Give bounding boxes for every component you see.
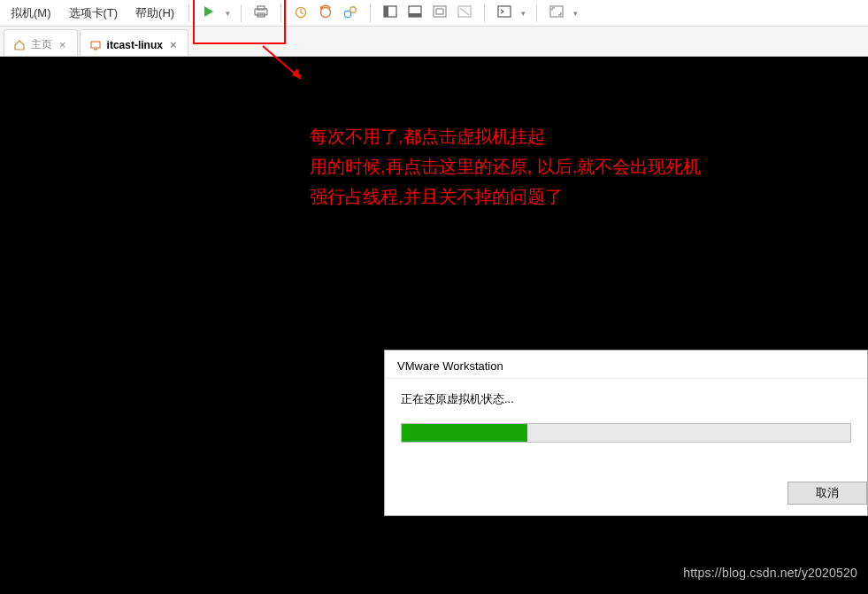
- view-split-left-button[interactable]: [380, 3, 401, 24]
- console-icon: [497, 5, 511, 20]
- menu-tabs[interactable]: 选项卡(T): [60, 2, 127, 25]
- separator: [280, 4, 281, 22]
- fullscreen-dropdown[interactable]: ▾: [571, 9, 580, 18]
- watermark-text: https://blog.csdn.net/y2020520: [683, 566, 857, 580]
- tab-close-button[interactable]: ×: [58, 38, 68, 51]
- svg-rect-14: [436, 9, 443, 14]
- tab-bar: 主页 × itcast-linux ×: [0, 27, 868, 57]
- play-button[interactable]: [198, 3, 219, 24]
- svg-marker-0: [204, 6, 213, 17]
- chevron-down-icon: ▾: [226, 9, 230, 18]
- menubar: 拟机(M) 选项卡(T) 帮助(H) ▾: [0, 0, 868, 27]
- tab-label: 主页: [31, 37, 52, 52]
- svg-point-5: [321, 8, 331, 18]
- console-button[interactable]: [494, 3, 515, 24]
- split-left-icon: [383, 5, 397, 20]
- console-dropdown[interactable]: ▾: [518, 9, 527, 18]
- vm-icon: [89, 39, 102, 51]
- separator: [536, 4, 537, 22]
- separator: [484, 4, 485, 22]
- svg-rect-13: [434, 6, 446, 17]
- tab-label: itcast-linux: [107, 39, 163, 51]
- toolbar: ▾: [198, 3, 580, 24]
- dialog-footer: 取消: [787, 482, 867, 505]
- cancel-button[interactable]: 取消: [787, 482, 867, 505]
- menu-vm[interactable]: 拟机(M): [2, 2, 60, 25]
- svg-point-8: [350, 7, 356, 12]
- view-split-bottom-button[interactable]: [404, 3, 426, 24]
- fullscreen-button[interactable]: [546, 3, 567, 24]
- fullscreen-icon: [549, 5, 564, 20]
- tab-close-button[interactable]: ×: [168, 38, 179, 51]
- menu-help[interactable]: 帮助(H): [127, 2, 183, 25]
- progress-bar: [401, 423, 851, 443]
- play-icon: [203, 5, 215, 20]
- split-bottom-icon: [408, 5, 422, 20]
- separator: [370, 4, 371, 22]
- separator: [188, 4, 189, 22]
- chevron-down-icon: ▾: [573, 9, 578, 18]
- unity-icon: [457, 5, 472, 20]
- snapshot-take-button[interactable]: [290, 3, 311, 24]
- separator: [241, 4, 242, 22]
- home-icon: [13, 39, 26, 51]
- progress-fill: [402, 424, 527, 442]
- snapshot-manager-icon: [343, 4, 357, 21]
- snapshot-manager-button[interactable]: [340, 3, 361, 24]
- snapshot-revert-button[interactable]: [315, 3, 336, 24]
- svg-rect-2: [257, 6, 265, 10]
- view-fit-button[interactable]: [429, 3, 450, 24]
- annotation-text: 每次不用了,都点击虚拟机挂起 用的时候,再点击这里的还原, 以后,就不会出现死机…: [310, 121, 701, 212]
- view-unity-button[interactable]: [454, 3, 475, 24]
- restore-progress-dialog: VMware Workstation 正在还原虚拟机状态... 取消: [384, 350, 868, 516]
- chevron-down-icon: ▾: [521, 9, 526, 18]
- send-ctrl-alt-del-button[interactable]: [250, 3, 272, 24]
- svg-rect-19: [91, 42, 100, 48]
- snapshot-icon: [294, 4, 308, 21]
- fit-guest-icon: [433, 5, 447, 20]
- print-icon: [254, 5, 268, 20]
- tab-home[interactable]: 主页 ×: [4, 29, 78, 56]
- svg-point-7: [344, 11, 351, 18]
- dialog-status-text: 正在还原虚拟机状态...: [385, 379, 867, 416]
- snapshot-revert-icon: [319, 4, 333, 21]
- tab-itcast-linux[interactable]: itcast-linux ×: [80, 29, 188, 56]
- svg-rect-10: [384, 6, 388, 17]
- play-dropdown[interactable]: ▾: [223, 9, 232, 18]
- svg-rect-20: [94, 49, 97, 50]
- svg-rect-12: [409, 13, 421, 17]
- dialog-title: VMware Workstation: [385, 351, 867, 379]
- svg-line-16: [460, 8, 469, 15]
